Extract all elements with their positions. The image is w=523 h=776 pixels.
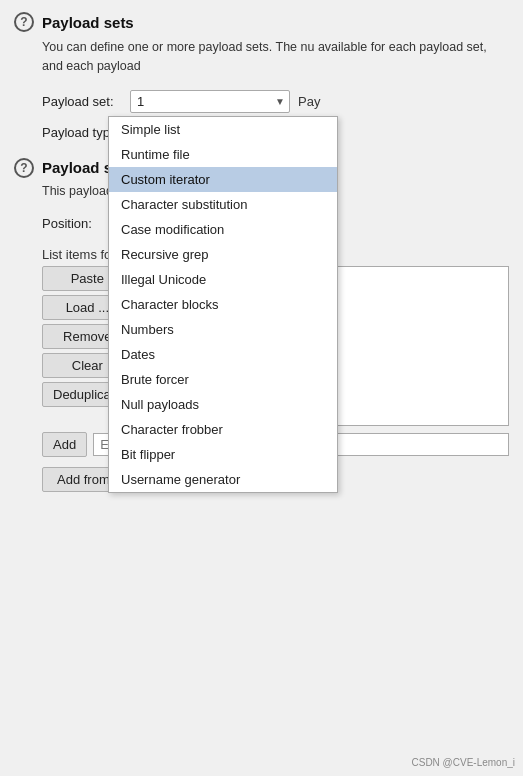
dropdown-item[interactable]: Username generator	[109, 467, 337, 492]
dropdown-item[interactable]: Bit flipper	[109, 442, 337, 467]
dropdown-item[interactable]: Character blocks	[109, 292, 337, 317]
dropdown-item[interactable]: Null payloads	[109, 392, 337, 417]
dropdown-item[interactable]: Illegal Unicode	[109, 267, 337, 292]
payload-type-dropdown-overlay: Simple listRuntime fileCustom iteratorCh…	[108, 116, 338, 493]
help-icon-2[interactable]: ?	[14, 158, 34, 178]
add-button[interactable]: Add	[42, 432, 87, 457]
payload-set-dropdown-container: 1 ▼	[130, 90, 290, 113]
payload-set-row: Payload set: 1 ▼ Pay	[0, 86, 523, 117]
dropdown-item[interactable]: Case modification	[109, 217, 337, 242]
help-icon-1[interactable]: ?	[14, 12, 34, 32]
dropdown-item[interactable]: Brute forcer	[109, 367, 337, 392]
page: ? Payload sets You can define one or mor…	[0, 0, 523, 776]
dropdown-item[interactable]: Recursive grep	[109, 242, 337, 267]
dropdown-item[interactable]: Custom iterator	[109, 167, 337, 192]
dropdown-item[interactable]: Character substitution	[109, 192, 337, 217]
dropdown-item[interactable]: Simple list	[109, 117, 337, 142]
dropdown-item[interactable]: Runtime file	[109, 142, 337, 167]
payload-set-select[interactable]: 1	[130, 90, 290, 113]
payload-set-side-label: Pay	[298, 94, 320, 109]
dropdown-item[interactable]: Numbers	[109, 317, 337, 342]
watermark: CSDN @CVE-Lemon_i	[411, 757, 515, 768]
section1-header: ? Payload sets	[0, 0, 523, 38]
dropdown-item[interactable]: Character frobber	[109, 417, 337, 442]
section1-title: Payload sets	[42, 14, 134, 31]
section1-description: You can define one or more payload sets.…	[0, 38, 523, 86]
dropdown-item[interactable]: Dates	[109, 342, 337, 367]
payload-set-label: Payload set:	[42, 94, 122, 109]
